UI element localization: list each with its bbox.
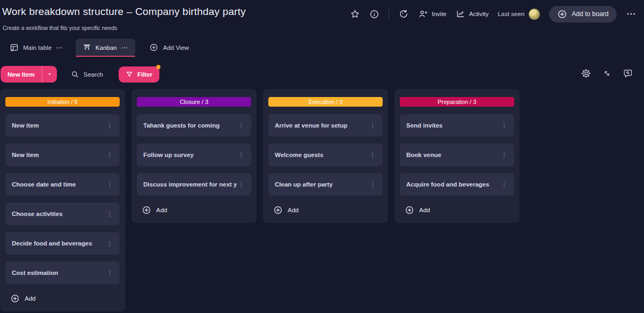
card-menu-button[interactable]: [500, 151, 509, 160]
add-card-button[interactable]: Add: [400, 203, 514, 218]
fullscreen-button[interactable]: [602, 69, 612, 78]
card-menu-button[interactable]: [500, 121, 509, 130]
card-title: Acquire food and beverages: [406, 181, 489, 188]
new-item-label: New Item: [1, 66, 42, 83]
kebab-menu-icon: [238, 122, 245, 129]
kanban-column-execution: Execution / 3 Arrive at venue for setup …: [263, 89, 388, 223]
card-title: Choose date and time: [12, 181, 76, 188]
last-seen-label: Last seen: [497, 11, 524, 17]
chat-search-icon: [623, 68, 633, 79]
new-item-dropdown-button[interactable]: [42, 66, 57, 83]
card-title: Decide food and beverages: [12, 240, 92, 247]
add-view-button[interactable]: Add View: [144, 39, 194, 56]
card-menu-button[interactable]: [105, 151, 114, 160]
kanban-card[interactable]: Acquire food and beverages: [400, 173, 514, 196]
column-header-pill[interactable]: Execution / 3: [268, 97, 383, 107]
activity-chart-icon: [456, 9, 465, 19]
card-menu-button[interactable]: [500, 180, 509, 189]
card-title: Tahank guests for coming: [143, 122, 219, 129]
page-title: Work breakdown structure – Company birth…: [2, 6, 246, 18]
filter-button[interactable]: Filter: [119, 66, 159, 83]
tab-main-table-menu-button[interactable]: ⋯: [56, 44, 63, 51]
activity-button[interactable]: Activity: [456, 9, 488, 19]
expand-diagonal-icon: [602, 69, 612, 78]
last-seen-group: Last seen: [497, 9, 540, 20]
kanban-column-initiation: Initiation / 6 New item New item Choose …: [0, 89, 125, 311]
add-card-label: Add: [419, 207, 430, 213]
kanban-card[interactable]: Cost estimation: [5, 262, 120, 284]
card-menu-button[interactable]: [368, 151, 377, 160]
board-menu-button[interactable]: [626, 9, 636, 19]
invite-button[interactable]: Invite: [418, 9, 447, 19]
card-menu-button[interactable]: [105, 269, 114, 278]
card-menu-button[interactable]: [105, 239, 114, 248]
add-card-button[interactable]: Add: [137, 203, 251, 218]
kanban-card[interactable]: Welcome guests: [268, 144, 383, 166]
card-menu-button[interactable]: [368, 121, 377, 130]
card-menu-button[interactable]: [237, 151, 246, 160]
kanban-card[interactable]: Decide food and beverages: [5, 232, 120, 255]
info-icon: [369, 9, 379, 19]
view-settings-button[interactable]: [581, 68, 591, 79]
card-menu-button[interactable]: [105, 210, 114, 219]
tab-main-table[interactable]: Main table ⋯: [4, 39, 68, 56]
kanban-card[interactable]: Follow up survey: [137, 144, 251, 166]
kanban-card[interactable]: Discuss improvement for next year: [137, 173, 251, 196]
kebab-menu-icon: [501, 181, 508, 188]
kanban-card[interactable]: Choose activities: [5, 203, 120, 225]
kebab-menu-icon: [106, 211, 113, 218]
kanban-card[interactable]: Book venue: [400, 144, 514, 166]
add-view-label: Add View: [163, 44, 189, 51]
add-card-button[interactable]: Add: [5, 291, 120, 306]
main-table-icon: [10, 43, 19, 52]
card-title: Send invites: [406, 122, 443, 129]
ellipsis-icon: [626, 9, 636, 19]
kanban-card[interactable]: New item: [5, 114, 120, 137]
card-menu-button[interactable]: [237, 121, 246, 130]
invite-person-icon: [418, 9, 428, 19]
kanban-column-preparation: Preparation / 3 Send invites Book venue …: [394, 89, 519, 223]
add-to-board-label: Add to board: [572, 10, 609, 18]
kebab-menu-icon: [106, 270, 113, 277]
card-menu-button[interactable]: [105, 121, 114, 130]
avatar[interactable]: [529, 9, 540, 20]
kanban-board: Initiation / 6 New item New item Choose …: [0, 89, 519, 311]
tab-kanban[interactable]: Kanban ⋯: [76, 39, 135, 56]
kanban-card[interactable]: Clean up after party: [268, 173, 383, 196]
kebab-menu-icon: [369, 181, 376, 188]
add-to-board-button[interactable]: Add to board: [549, 6, 617, 23]
kebab-menu-icon: [106, 240, 113, 247]
integrations-sync-button[interactable]: [398, 9, 409, 19]
search-button[interactable]: Search: [70, 70, 103, 79]
kebab-menu-icon: [369, 122, 376, 129]
board-info-button[interactable]: [369, 9, 379, 19]
star-icon: [350, 9, 360, 19]
search-updates-button[interactable]: [623, 68, 633, 79]
board-toolbar: New Item Search Filter: [1, 66, 159, 83]
column-header-pill[interactable]: Initiation / 6: [5, 97, 120, 107]
add-card-button[interactable]: Add: [268, 203, 383, 218]
card-menu-button[interactable]: [237, 180, 246, 189]
card-title: Clean up after party: [275, 181, 333, 188]
kanban-card[interactable]: Tahank guests for coming: [137, 114, 251, 137]
column-header-pill[interactable]: Closure / 3: [137, 97, 251, 107]
kebab-menu-icon: [106, 181, 113, 188]
card-title: Cost estimation: [12, 270, 58, 276]
card-menu-button[interactable]: [368, 180, 377, 189]
kanban-card[interactable]: Arrive at venue for setup: [268, 114, 383, 137]
sync-icon: [398, 9, 409, 19]
new-item-button[interactable]: New Item: [1, 66, 57, 83]
column-header-pill[interactable]: Preparation / 3: [400, 97, 514, 107]
kanban-card[interactable]: New item: [5, 144, 120, 166]
kebab-menu-icon: [369, 152, 376, 159]
kanban-card[interactable]: Send invites: [400, 114, 514, 137]
card-title: Arrive at venue for setup: [275, 122, 347, 129]
tab-kanban-menu-button[interactable]: ⋯: [121, 44, 128, 51]
filter-funnel-icon: [126, 71, 133, 78]
view-tabs: Main table ⋯ Kanban ⋯ Add View: [4, 39, 194, 56]
kanban-card[interactable]: Choose date and time: [5, 173, 120, 196]
favorite-star-button[interactable]: [350, 9, 360, 19]
card-menu-button[interactable]: [105, 180, 114, 189]
card-title: Discuss improvement for next year: [143, 181, 237, 188]
card-title: Book venue: [406, 152, 441, 158]
